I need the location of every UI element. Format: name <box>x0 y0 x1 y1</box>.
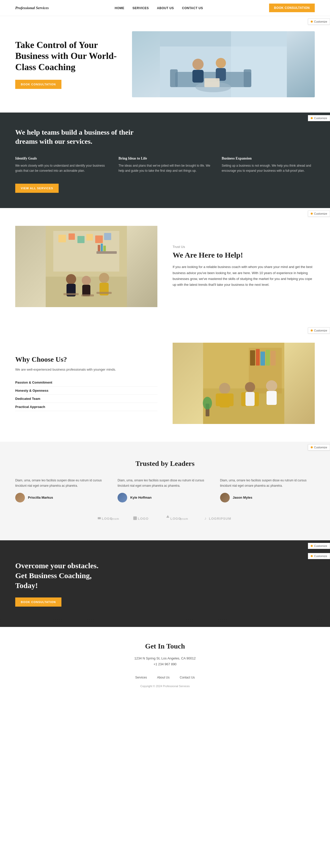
customize-badge-cta-1[interactable]: Customize <box>308 543 330 549</box>
footer-copyright: Copyright © 2024 Professional Services <box>15 685 315 688</box>
hero-cta-button[interactable]: BOOK CONSULTATION <box>15 80 61 89</box>
customize-badge-cta-2[interactable]: Customize <box>308 553 330 559</box>
why-image-content <box>173 343 315 424</box>
nav-home[interactable]: HOME <box>115 6 124 10</box>
nav-about[interactable]: ABOUT US <box>157 6 174 10</box>
service-2-desc: The ideas and plans that we've jotted wi… <box>119 163 212 174</box>
svg-rect-45 <box>220 394 230 407</box>
customize-dot-3 <box>311 213 313 215</box>
customize-dot <box>311 21 313 23</box>
testimonial-2-author: Kyle Hoffman <box>118 493 212 502</box>
customize-badge-why[interactable]: Customize <box>308 328 330 334</box>
cta-section: Overcome your obstacles. Get Business Co… <box>0 540 330 627</box>
why-point-3: Dedicated Team <box>15 395 157 403</box>
why-text: Why Choose Us? We are well-experienced b… <box>15 355 157 411</box>
services-section: We help teams build a business of their … <box>0 113 330 208</box>
service-2-title: Bring Ideas to Life <box>119 156 212 160</box>
nav-cta-button[interactable]: BOOK CONSULTATION <box>269 4 315 12</box>
trust-label: Trust Us <box>173 245 315 249</box>
svg-marker-57 <box>166 515 169 518</box>
testimonials-headline: Trusted by Leaders <box>15 460 315 468</box>
svg-rect-33 <box>96 292 112 294</box>
why-list: Passion & Commitment Honesty & Openness … <box>15 378 157 411</box>
logo-3: LOGO ipsum <box>166 515 192 523</box>
avatar-3 <box>220 493 230 502</box>
svg-rect-15 <box>58 235 66 242</box>
svg-point-51 <box>203 397 212 409</box>
service-1-title: Identify Goals <box>15 156 108 160</box>
svg-point-25 <box>66 274 76 284</box>
why-illustration <box>173 343 315 424</box>
why-point-4: Practical Approach <box>15 403 157 411</box>
svg-point-27 <box>82 276 91 285</box>
svg-point-7 <box>192 59 204 70</box>
svg-rect-37 <box>250 350 255 366</box>
nav-services[interactable]: SERVICES <box>133 6 149 10</box>
service-expansion: Business Expansion Setting up a business… <box>222 156 315 174</box>
trust-body: If you are looking for a reliable busine… <box>173 264 315 288</box>
svg-point-44 <box>219 383 230 394</box>
footer-links: Services About Us Contact Us <box>15 675 315 680</box>
nav-links: HOME SERVICES ABOUT US CONTACT US <box>115 6 203 10</box>
svg-rect-22 <box>98 245 100 251</box>
logos-row: LOGO ipsum LOGO LOGO ipsum ♪ LOGRIPSUM <box>15 515 315 523</box>
avatar-1 <box>15 493 25 502</box>
customize-dot-7 <box>311 555 313 557</box>
hero-headline: Take Control of Your Business with Our W… <box>15 40 122 73</box>
customize-badge-trust[interactable]: Customize <box>308 211 330 217</box>
svg-rect-16 <box>69 234 75 240</box>
svg-text:ipsum: ipsum <box>179 518 188 520</box>
service-bring-ideas: Bring Ideas to Life The ideas and plans … <box>119 156 212 174</box>
testimonial-2-text: Diam, urna, ornare leo facilisis suspen … <box>118 478 212 489</box>
svg-rect-24 <box>103 246 106 251</box>
customize-dot-6 <box>311 545 313 547</box>
footer-phone: +1 234 967 890 <box>15 661 315 667</box>
customize-badge-testimonials[interactable]: Customize <box>308 444 330 451</box>
hero-text: Take Control of Your Business with Our W… <box>15 40 122 89</box>
svg-rect-32 <box>81 294 94 297</box>
footer-link-about[interactable]: About Us <box>157 676 170 679</box>
svg-rect-47 <box>245 392 255 406</box>
service-1-desc: We work closely with you to understand a… <box>15 163 108 174</box>
services-cta-button[interactable]: VIEW ALL SERVICES <box>15 184 59 193</box>
footer-address: 1234 N Spring St, Los Angeles, CA 90012 <box>15 655 315 661</box>
testimonial-1-text: Diam, urna, ornare leo facilisis suspen … <box>15 478 110 489</box>
footer-link-services[interactable]: Services <box>135 676 147 679</box>
testimonial-3-author: Jason Myles <box>220 493 315 502</box>
hero-illustration <box>132 31 315 97</box>
svg-rect-18 <box>86 234 93 241</box>
svg-rect-21 <box>96 251 117 254</box>
trust-text: Trust Us We Are Here to Help! If you are… <box>173 245 315 288</box>
nav-contact[interactable]: CONTACT US <box>182 6 203 10</box>
why-image <box>173 343 315 424</box>
service-identify-goals: Identify Goals We work closely with you … <box>15 156 108 174</box>
why-point-2: Honesty & Openness <box>15 386 157 395</box>
svg-text:ipsum: ipsum <box>110 518 119 520</box>
svg-rect-11 <box>204 78 220 87</box>
footer-link-contact[interactable]: Contact Us <box>180 676 195 679</box>
svg-rect-40 <box>266 350 270 366</box>
avatar-2 <box>118 493 127 502</box>
svg-rect-55 <box>133 517 137 520</box>
svg-rect-5 <box>244 69 251 87</box>
svg-point-9 <box>216 58 226 68</box>
nav-logo: Professional Services <box>15 6 49 10</box>
service-3-title: Business Expansion <box>222 156 315 160</box>
footer-contact: Get In Touch 1234 N Spring St, Los Angel… <box>15 642 315 667</box>
author-3-name: Jason Myles <box>233 496 252 499</box>
customize-dot-4 <box>311 330 313 332</box>
svg-rect-8 <box>192 70 204 83</box>
logo-1: LOGO ipsum <box>98 515 121 523</box>
svg-text:♪: ♪ <box>204 516 207 521</box>
svg-text:LOGO: LOGO <box>138 517 148 521</box>
testimonial-1-author: Priscilla Markus <box>15 493 110 502</box>
trust-image <box>15 226 157 307</box>
customize-badge-services[interactable]: Customize <box>308 115 330 121</box>
svg-rect-4 <box>170 69 178 87</box>
services-headline: We help teams build a business of their … <box>15 128 142 146</box>
logo-2: LOGO <box>133 515 154 523</box>
customize-badge-hero[interactable]: Customize <box>308 19 330 25</box>
cta-button[interactable]: BOOK CONSULTATION <box>15 597 61 607</box>
svg-rect-52 <box>98 517 101 519</box>
svg-rect-2 <box>231 31 287 97</box>
